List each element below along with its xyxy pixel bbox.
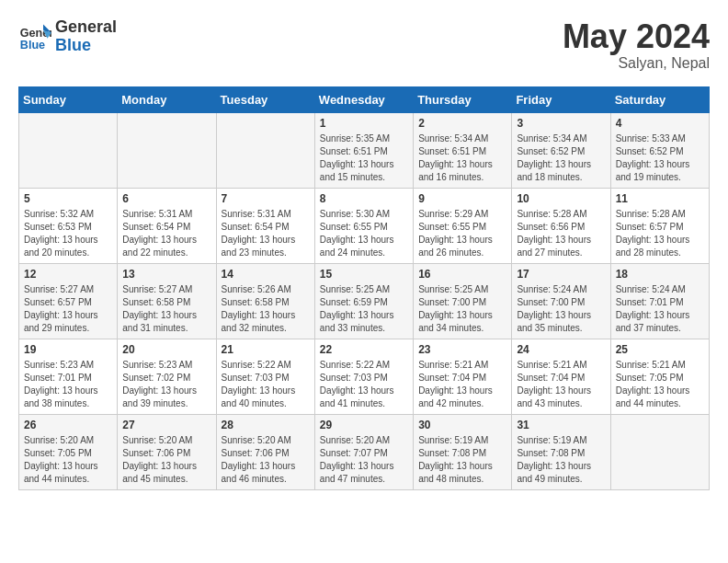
calendar-cell: 6Sunrise: 5:31 AM Sunset: 6:54 PM Daylig…: [118, 188, 216, 263]
calendar-cell: 31Sunrise: 5:19 AM Sunset: 7:08 PM Dayli…: [512, 414, 610, 489]
day-info: Sunrise: 5:24 AM Sunset: 7:01 PM Dayligh…: [616, 283, 704, 335]
day-info: Sunrise: 5:34 AM Sunset: 6:51 PM Dayligh…: [418, 132, 506, 184]
day-info: Sunrise: 5:23 AM Sunset: 7:01 PM Dayligh…: [24, 359, 112, 410]
day-number: 16: [418, 268, 506, 281]
calendar-cell: 4Sunrise: 5:33 AM Sunset: 6:52 PM Daylig…: [610, 112, 709, 188]
day-info: Sunrise: 5:20 AM Sunset: 7:06 PM Dayligh…: [222, 434, 310, 486]
day-info: Sunrise: 5:26 AM Sunset: 6:58 PM Dayligh…: [222, 283, 310, 335]
calendar-cell: 9Sunrise: 5:29 AM Sunset: 6:55 PM Daylig…: [414, 188, 512, 263]
day-info: Sunrise: 5:27 AM Sunset: 6:58 PM Dayligh…: [122, 283, 210, 335]
day-number: 1: [320, 117, 408, 130]
day-number: 3: [517, 117, 605, 130]
day-info: Sunrise: 5:20 AM Sunset: 7:06 PM Dayligh…: [122, 434, 210, 486]
location: Salyan, Nepal: [563, 55, 710, 72]
calendar-cell: 16Sunrise: 5:25 AM Sunset: 7:00 PM Dayli…: [414, 263, 512, 339]
calendar-cell: 14Sunrise: 5:26 AM Sunset: 6:58 PM Dayli…: [216, 263, 314, 339]
day-number: 17: [517, 268, 605, 281]
day-info: Sunrise: 5:27 AM Sunset: 6:57 PM Dayligh…: [24, 283, 112, 335]
calendar-cell: 5Sunrise: 5:32 AM Sunset: 6:53 PM Daylig…: [19, 188, 118, 263]
day-number: 9: [418, 192, 506, 205]
day-info: Sunrise: 5:21 AM Sunset: 7:04 PM Dayligh…: [517, 359, 605, 410]
week-row-1: 1Sunrise: 5:35 AM Sunset: 6:51 PM Daylig…: [19, 112, 710, 188]
day-info: Sunrise: 5:29 AM Sunset: 6:55 PM Dayligh…: [418, 208, 506, 259]
day-number: 18: [616, 268, 704, 281]
day-number: 27: [122, 419, 210, 431]
day-info: Sunrise: 5:23 AM Sunset: 7:02 PM Dayligh…: [122, 359, 210, 410]
day-number: 19: [24, 343, 112, 356]
day-number: 5: [24, 192, 112, 205]
day-info: Sunrise: 5:20 AM Sunset: 7:07 PM Dayligh…: [320, 434, 408, 486]
day-number: 12: [24, 268, 112, 281]
calendar-cell: 11Sunrise: 5:28 AM Sunset: 6:57 PM Dayli…: [610, 188, 709, 263]
calendar-cell: 1Sunrise: 5:35 AM Sunset: 6:51 PM Daylig…: [314, 112, 413, 188]
calendar-cell: 2Sunrise: 5:34 AM Sunset: 6:51 PM Daylig…: [414, 112, 512, 188]
day-info: Sunrise: 5:22 AM Sunset: 7:03 PM Dayligh…: [222, 359, 310, 410]
day-info: Sunrise: 5:22 AM Sunset: 7:03 PM Dayligh…: [320, 359, 408, 410]
calendar-cell: [610, 414, 709, 489]
day-number: 8: [320, 192, 408, 205]
week-row-5: 26Sunrise: 5:20 AM Sunset: 7:05 PM Dayli…: [19, 414, 710, 489]
day-number: 20: [122, 343, 210, 356]
header-thursday: Thursday: [414, 86, 512, 112]
month-title: May 2024: [563, 18, 710, 55]
day-info: Sunrise: 5:32 AM Sunset: 6:53 PM Dayligh…: [24, 208, 112, 259]
calendar-cell: 25Sunrise: 5:21 AM Sunset: 7:05 PM Dayli…: [610, 339, 709, 414]
header-wednesday: Wednesday: [314, 86, 413, 112]
day-number: 31: [517, 419, 605, 431]
header-friday: Friday: [512, 86, 610, 112]
day-info: Sunrise: 5:19 AM Sunset: 7:08 PM Dayligh…: [418, 434, 506, 486]
calendar-cell: 7Sunrise: 5:31 AM Sunset: 6:54 PM Daylig…: [216, 188, 314, 263]
day-number: 15: [320, 268, 408, 281]
logo: General Blue General Blue: [18, 18, 117, 55]
calendar-cell: 26Sunrise: 5:20 AM Sunset: 7:05 PM Dayli…: [19, 414, 118, 489]
day-number: 10: [517, 192, 605, 205]
day-info: Sunrise: 5:31 AM Sunset: 6:54 PM Dayligh…: [222, 208, 310, 259]
day-number: 2: [418, 117, 506, 130]
calendar-cell: 13Sunrise: 5:27 AM Sunset: 6:58 PM Dayli…: [118, 263, 216, 339]
day-number: 29: [320, 419, 408, 431]
day-info: Sunrise: 5:34 AM Sunset: 6:52 PM Dayligh…: [517, 132, 605, 184]
page-header: General Blue General Blue May 2024 Salya…: [18, 18, 710, 72]
day-info: Sunrise: 5:28 AM Sunset: 6:56 PM Dayligh…: [517, 208, 605, 259]
week-row-2: 5Sunrise: 5:32 AM Sunset: 6:53 PM Daylig…: [19, 188, 710, 263]
day-number: 11: [616, 192, 704, 205]
logo-blue: Blue: [55, 37, 117, 55]
day-number: 28: [222, 419, 310, 431]
calendar-cell: 12Sunrise: 5:27 AM Sunset: 6:57 PM Dayli…: [19, 263, 118, 339]
day-info: Sunrise: 5:35 AM Sunset: 6:51 PM Dayligh…: [320, 132, 408, 184]
day-number: 7: [222, 192, 310, 205]
day-number: 21: [222, 343, 310, 356]
calendar-cell: 19Sunrise: 5:23 AM Sunset: 7:01 PM Dayli…: [19, 339, 118, 414]
day-number: 13: [122, 268, 210, 281]
calendar-table: SundayMondayTuesdayWednesdayThursdayFrid…: [18, 86, 710, 490]
calendar-cell: 20Sunrise: 5:23 AM Sunset: 7:02 PM Dayli…: [118, 339, 216, 414]
calendar-cell: 24Sunrise: 5:21 AM Sunset: 7:04 PM Dayli…: [512, 339, 610, 414]
day-info: Sunrise: 5:24 AM Sunset: 7:00 PM Dayligh…: [517, 283, 605, 335]
calendar-cell: [19, 112, 118, 188]
day-number: 6: [122, 192, 210, 205]
week-row-4: 19Sunrise: 5:23 AM Sunset: 7:01 PM Dayli…: [19, 339, 710, 414]
calendar-cell: 21Sunrise: 5:22 AM Sunset: 7:03 PM Dayli…: [216, 339, 314, 414]
day-info: Sunrise: 5:21 AM Sunset: 7:04 PM Dayligh…: [418, 359, 506, 410]
day-info: Sunrise: 5:25 AM Sunset: 6:59 PM Dayligh…: [320, 283, 408, 335]
calendar-cell: 29Sunrise: 5:20 AM Sunset: 7:07 PM Dayli…: [314, 414, 413, 489]
title-block: May 2024 Salyan, Nepal: [563, 18, 710, 72]
day-info: Sunrise: 5:31 AM Sunset: 6:54 PM Dayligh…: [122, 208, 210, 259]
header-sunday: Sunday: [19, 86, 118, 112]
header-monday: Monday: [118, 86, 216, 112]
calendar-cell: 3Sunrise: 5:34 AM Sunset: 6:52 PM Daylig…: [512, 112, 610, 188]
header-tuesday: Tuesday: [216, 86, 314, 112]
day-info: Sunrise: 5:21 AM Sunset: 7:05 PM Dayligh…: [616, 359, 704, 410]
day-info: Sunrise: 5:28 AM Sunset: 6:57 PM Dayligh…: [616, 208, 704, 259]
calendar-cell: 18Sunrise: 5:24 AM Sunset: 7:01 PM Dayli…: [610, 263, 709, 339]
calendar-cell: 22Sunrise: 5:22 AM Sunset: 7:03 PM Dayli…: [314, 339, 413, 414]
svg-text:Blue: Blue: [20, 38, 45, 51]
day-info: Sunrise: 5:33 AM Sunset: 6:52 PM Dayligh…: [616, 132, 704, 184]
day-number: 23: [418, 343, 506, 356]
calendar-cell: 10Sunrise: 5:28 AM Sunset: 6:56 PM Dayli…: [512, 188, 610, 263]
day-number: 14: [222, 268, 310, 281]
week-row-3: 12Sunrise: 5:27 AM Sunset: 6:57 PM Dayli…: [19, 263, 710, 339]
logo-general: General: [55, 18, 117, 37]
day-info: Sunrise: 5:19 AM Sunset: 7:08 PM Dayligh…: [517, 434, 605, 486]
day-number: 22: [320, 343, 408, 356]
